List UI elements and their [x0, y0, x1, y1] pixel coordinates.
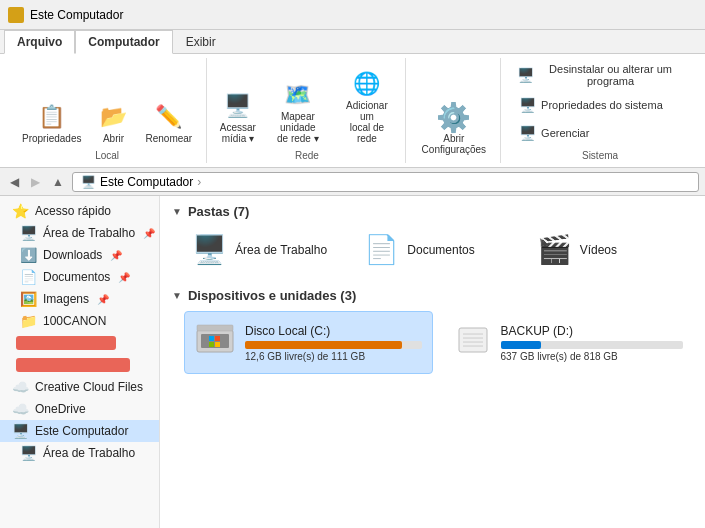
- creative-cloud-icon: ☁️: [12, 379, 29, 395]
- prop-sistema-icon: 🖥️: [517, 95, 537, 115]
- sidebar-item-documentos[interactable]: 📄 Documentos 📌: [0, 266, 159, 288]
- ribbon-group-local-buttons: 📋 Propriedades 📂 Abrir ✏️ Renomear: [16, 60, 198, 146]
- este-computador-icon: 🖥️: [12, 423, 29, 439]
- folder-area-trabalho[interactable]: 🖥️ Área de Trabalho: [184, 227, 348, 272]
- btn-abrir-config[interactable]: ⚙️ AbrirConfigurações: [416, 99, 492, 157]
- abrir-icon: 📂: [97, 101, 129, 133]
- backup-d-bar-container: [501, 341, 684, 349]
- folder-documentos-label: Documentos: [407, 243, 474, 257]
- sidebar-label-este-computador: Este Computador: [35, 424, 128, 438]
- sidebar-label-imagens: Imagens: [43, 292, 89, 306]
- sidebar-label-area-trabalho: Área de Trabalho: [43, 226, 135, 240]
- sidebar-redacted-2: [0, 354, 159, 376]
- sidebar-item-este-computador[interactable]: 🖥️ Este Computador: [0, 420, 159, 442]
- ribbon-group-rede: 🖥️ Acessarmídia ▾ 🗺️ Mapear unidadede re…: [209, 58, 405, 163]
- area-trabalho-2-icon: 🖥️: [20, 445, 37, 461]
- svg-rect-4: [209, 342, 214, 347]
- sidebar-item-area-trabalho-2[interactable]: 🖥️ Área de Trabalho: [0, 442, 159, 464]
- ribbon-group-local-label: Local: [95, 150, 119, 161]
- pin-icon-downloads: 📌: [110, 250, 122, 261]
- back-button[interactable]: ◀: [6, 173, 23, 191]
- documentos-icon: 📄: [20, 269, 37, 285]
- address-path[interactable]: 🖥️ Este Computador ›: [72, 172, 699, 192]
- sidebar: ⭐ Acesso rápido 🖥️ Área de Trabalho 📌 ⬇️…: [0, 196, 160, 528]
- btn-abrir[interactable]: 📂 Abrir: [91, 99, 135, 146]
- sidebar-item-acesso-rapido[interactable]: ⭐ Acesso rápido: [0, 200, 159, 222]
- folder-area-trabalho-label: Área de Trabalho: [235, 243, 327, 257]
- sidebar-item-imagens[interactable]: 🖼️ Imagens 📌: [0, 288, 159, 310]
- disco-local-c-free: 12,6 GB livre(s) de 111 GB: [245, 351, 422, 362]
- propriedades-icon: 📋: [36, 101, 68, 133]
- disco-local-c-name: Disco Local (C:): [245, 324, 422, 338]
- tab-computador[interactable]: Computador: [75, 30, 172, 54]
- ribbon-sistema-right-buttons: 🖥️ Desinstalar ou alterar um programa 🖥️…: [511, 60, 689, 146]
- up-button[interactable]: ▲: [48, 173, 68, 191]
- sidebar-item-100canon[interactable]: 📁 100CANON: [0, 310, 159, 332]
- chevron-pastas: ▼: [172, 206, 182, 217]
- device-backup-d[interactable]: BACKUP (D:) 637 GB livre(s) de 818 GB: [445, 311, 694, 374]
- title-bar: Este Computador: [0, 0, 705, 30]
- downloads-icon: ⬇️: [20, 247, 37, 263]
- svg-rect-3: [215, 336, 220, 341]
- section-header-dispositivos[interactable]: ▼ Dispositivos e unidades (3): [172, 288, 693, 303]
- sidebar-label-area-trabalho-2: Área de Trabalho: [43, 446, 135, 460]
- svg-rect-2: [209, 336, 214, 341]
- backup-d-info: BACKUP (D:) 637 GB livre(s) de 818 GB: [501, 324, 684, 362]
- folder-documentos[interactable]: 📄 Documentos: [356, 227, 520, 272]
- folders-grid: 🖥️ Área de Trabalho 📄 Documentos 🎬 Vídeo…: [172, 227, 693, 272]
- redacted-bar-2: [16, 358, 130, 372]
- folder-videos-icon: 🎬: [537, 233, 572, 266]
- disco-local-c-bar: [245, 341, 402, 349]
- chevron-dispositivos: ▼: [172, 290, 182, 301]
- disco-local-c-bar-container: [245, 341, 422, 349]
- folder-videos[interactable]: 🎬 Vídeos: [529, 227, 693, 272]
- btn-adicionar-local[interactable]: 🌐 Adicionar umlocal de rede: [337, 66, 396, 146]
- sidebar-item-onedrive[interactable]: ☁️ OneDrive: [0, 398, 159, 420]
- svg-rect-6: [197, 325, 233, 331]
- btn-gerenciar[interactable]: 🖥️ Gerenciar: [511, 120, 689, 146]
- ribbon-group-config-buttons: ⚙️ AbrirConfigurações: [416, 60, 492, 157]
- ribbon-group-local: 📋 Propriedades 📂 Abrir ✏️ Renomear Local: [8, 58, 207, 163]
- sidebar-item-creative-cloud[interactable]: ☁️ Creative Cloud Files: [0, 376, 159, 398]
- ribbon-tabs: Arquivo Computador Exibir: [0, 30, 705, 54]
- path-separator: ›: [197, 175, 201, 189]
- btn-propriedades-sistema[interactable]: 🖥️ Propriedades do sistema: [511, 92, 689, 118]
- ribbon: Arquivo Computador Exibir 📋 Propriedades…: [0, 30, 705, 168]
- tab-arquivo[interactable]: Arquivo: [4, 30, 75, 54]
- sidebar-item-downloads[interactable]: ⬇️ Downloads 📌: [0, 244, 159, 266]
- sidebar-label-downloads: Downloads: [43, 248, 102, 262]
- device-disco-local-c[interactable]: Disco Local (C:) 12,6 GB livre(s) de 111…: [184, 311, 433, 374]
- folder-videos-label: Vídeos: [580, 243, 617, 257]
- tab-exibir[interactable]: Exibir: [173, 30, 229, 53]
- imagens-icon: 🖼️: [20, 291, 37, 307]
- btn-renomear[interactable]: ✏️ Renomear: [139, 99, 198, 146]
- pin-icon-area-trabalho: 📌: [143, 228, 155, 239]
- gerenciar-icon: 🖥️: [517, 123, 537, 143]
- area-trabalho-icon: 🖥️: [20, 225, 37, 241]
- btn-desinstalar[interactable]: 🖥️ Desinstalar ou alterar um programa: [511, 60, 689, 90]
- svg-rect-7: [459, 328, 487, 352]
- ribbon-group-rede-label: Rede: [295, 150, 319, 161]
- 100canon-icon: 📁: [20, 313, 37, 329]
- section-title-pastas: Pastas (7): [188, 204, 249, 219]
- section-title-dispositivos: Dispositivos e unidades (3): [188, 288, 356, 303]
- adicionar-local-icon: 🌐: [351, 68, 383, 100]
- section-header-pastas[interactable]: ▼ Pastas (7): [172, 204, 693, 219]
- desinstalar-icon: 🖥️: [517, 65, 534, 85]
- address-bar: ◀ ▶ ▲ 🖥️ Este Computador ›: [0, 168, 705, 196]
- ribbon-group-sistema: 🖥️ Desinstalar ou alterar um programa 🖥️…: [503, 58, 697, 163]
- btn-propriedades[interactable]: 📋 Propriedades: [16, 99, 87, 146]
- forward-button[interactable]: ▶: [27, 173, 44, 191]
- backup-d-icon: [455, 320, 491, 365]
- title-icon: [8, 7, 24, 23]
- sidebar-label-acesso-rapido: Acesso rápido: [35, 204, 111, 218]
- btn-mapear-unidade[interactable]: 🗺️ Mapear unidadede rede ▾: [263, 77, 334, 146]
- folder-documentos-icon: 📄: [364, 233, 399, 266]
- onedrive-icon: ☁️: [12, 401, 29, 417]
- redacted-bar-1: [16, 336, 116, 350]
- path-icon: 🖥️: [81, 175, 96, 189]
- sidebar-item-area-trabalho[interactable]: 🖥️ Área de Trabalho 📌: [0, 222, 159, 244]
- btn-acessar-midia[interactable]: 🖥️ Acessarmídia ▾: [217, 88, 258, 146]
- main-layout: ⭐ Acesso rápido 🖥️ Área de Trabalho 📌 ⬇️…: [0, 196, 705, 528]
- disco-local-c-info: Disco Local (C:) 12,6 GB livre(s) de 111…: [245, 324, 422, 362]
